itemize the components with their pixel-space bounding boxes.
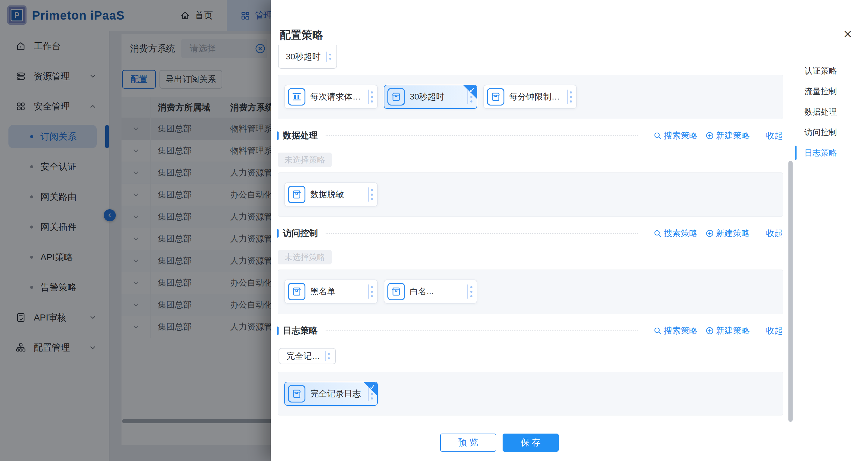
create-policy-link[interactable]: 新建策略	[706, 130, 750, 142]
screen: P Primeton iPaaS 首页 管理门户	[0, 0, 868, 461]
policy-card[interactable]: 黑名单	[284, 279, 378, 304]
search-policy-link[interactable]: 搜索策略	[653, 325, 698, 336]
package-policy-icon	[388, 88, 405, 105]
package-policy-icon	[288, 283, 305, 300]
drag-handle-icon[interactable]	[368, 90, 373, 104]
film-policy-icon	[288, 88, 305, 105]
section-links: 搜索策略 新建策略 收起	[646, 130, 783, 142]
search-policy-link[interactable]: 搜索策略	[653, 130, 698, 142]
drag-handle-icon[interactable]	[368, 187, 373, 202]
collapse-section-link[interactable]: 收起	[766, 325, 783, 336]
policy-card[interactable]: 数据脱敏	[284, 182, 378, 207]
access-cards-panel: 黑名单 白名...	[278, 270, 783, 314]
section-title: 访问控制	[283, 227, 318, 239]
package-policy-icon	[288, 385, 305, 402]
policy-card[interactable]: 每次请求体不...	[284, 85, 378, 109]
section-accent-bar	[277, 229, 279, 238]
policy-card-label: 数据脱敏	[310, 189, 363, 200]
anchor-nav-item[interactable]: 日志策略	[804, 146, 837, 166]
anchor-active-indicator	[795, 146, 797, 160]
drag-handle-icon[interactable]	[325, 351, 330, 361]
section-header-access: 访问控制 搜索策略 新建策略 收起	[277, 227, 783, 239]
vertical-scrollbar[interactable]	[788, 161, 793, 422]
config-policy-drawer: 配置策略 × 30秒超时	[271, 0, 868, 461]
search-policy-link[interactable]: 搜索策略	[653, 228, 698, 239]
anchor-nav: 认证策略流量控制数据处理访问控制日志策略	[804, 64, 837, 166]
policy-card-label: 黑名单	[310, 286, 363, 297]
check-icon: ✓	[369, 382, 376, 392]
section-header-log: 日志策略 搜索策略 新建策略 收起	[277, 325, 783, 337]
section-accent-bar	[277, 327, 279, 335]
links-divider	[758, 326, 758, 335]
package-policy-icon	[288, 186, 305, 203]
section-divider	[326, 331, 638, 331]
flow-tag-label: 30秒超时	[286, 51, 326, 62]
policy-card-label: 白名...	[410, 286, 463, 297]
check-icon: ✓	[468, 85, 475, 95]
drag-handle-icon[interactable]	[368, 284, 373, 299]
preview-button[interactable]: 预 览	[440, 434, 496, 452]
package-policy-icon	[487, 88, 504, 105]
section-divider	[326, 233, 638, 234]
create-policy-link[interactable]: 新建策略	[706, 228, 750, 239]
policy-card-label: 每次请求体不...	[310, 91, 363, 102]
collapse-section-link[interactable]: 收起	[766, 130, 783, 142]
section-divider	[326, 135, 638, 136]
no-policy-selected-tag: 未选择策略	[278, 250, 332, 265]
drag-handle-icon[interactable]	[567, 90, 572, 104]
policy-card-label: 完全记录日志	[310, 388, 363, 399]
links-divider	[758, 131, 758, 140]
policy-card[interactable]: ✓ 30秒超时	[384, 85, 477, 109]
policy-card-label: 30秒超时	[410, 91, 463, 102]
drawer-title: 配置策略	[280, 28, 323, 42]
package-policy-icon	[388, 283, 405, 300]
section-accent-bar	[277, 131, 279, 140]
log-cards-panel: ✓ 完全记录日志	[278, 372, 783, 416]
anchor-nav-item[interactable]: 数据处理	[804, 104, 837, 125]
close-icon[interactable]: ×	[840, 26, 856, 41]
create-policy-link[interactable]: 新建策略	[706, 325, 750, 336]
policy-card[interactable]: 每分钟限制5次	[483, 85, 577, 109]
anchor-nav-item[interactable]: 访问控制	[804, 125, 837, 146]
section-links: 搜索策略 新建策略 收起	[646, 325, 783, 336]
section-title: 数据处理	[283, 130, 318, 142]
drag-handle-icon[interactable]	[326, 52, 331, 62]
flow-tag-chip[interactable]: 30秒超时	[278, 45, 337, 69]
section-title: 日志策略	[283, 325, 318, 337]
no-policy-selected-tag: 未选择策略	[278, 153, 332, 167]
policy-card[interactable]: 白名...	[384, 279, 477, 304]
links-divider	[758, 229, 758, 238]
section-header-data: 数据处理 搜索策略 新建策略 收起	[277, 130, 783, 142]
anchor-nav-item[interactable]: 流量控制	[804, 84, 837, 104]
flow-cards-panel: 每次请求体不... ✓ 30秒超时	[278, 75, 783, 119]
anchor-rail	[796, 64, 796, 452]
section-links: 搜索策略 新建策略 收起	[646, 228, 783, 239]
anchor-nav-item[interactable]: 认证策略	[804, 64, 837, 84]
policy-card-label: 每分钟限制5次	[509, 91, 562, 102]
log-tag-label: 完全记录...	[286, 350, 325, 362]
save-button[interactable]: 保 存	[503, 434, 559, 452]
collapse-section-link[interactable]: 收起	[766, 228, 783, 239]
policy-card[interactable]: ✓ 完全记录日志	[284, 382, 378, 406]
log-tag-chip[interactable]: 完全记录...	[279, 348, 336, 364]
data-cards-panel: 数据脱敏	[278, 173, 783, 217]
drag-handle-icon[interactable]	[467, 284, 472, 299]
